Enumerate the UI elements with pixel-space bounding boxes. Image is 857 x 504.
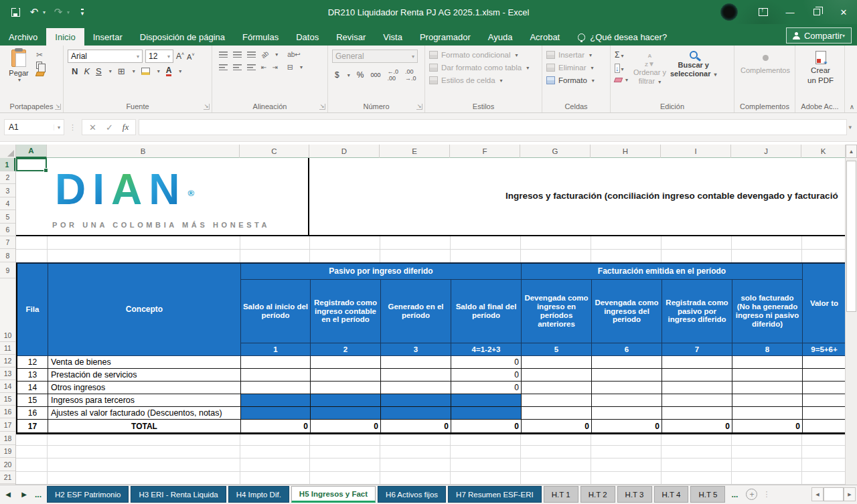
- ribbon-display-options-icon[interactable]: [750, 0, 777, 24]
- row-header-12[interactable]: 12: [0, 355, 15, 367]
- tab-vista[interactable]: Vista: [374, 28, 411, 46]
- row-header-1[interactable]: 1: [0, 158, 15, 171]
- cell-h15[interactable]: [592, 394, 662, 407]
- header-devengada-periodo[interactable]: Devengada como ingresos del periodo: [592, 280, 662, 343]
- sheet-tab-ht2[interactable]: H.T 2: [580, 486, 615, 503]
- cell-i16[interactable]: [662, 407, 732, 420]
- cell-f12[interactable]: 0: [451, 356, 522, 369]
- underline-dropdown-icon[interactable]: ▾: [109, 68, 112, 74]
- sheet-tab-h4[interactable]: H4 Impto Dif.: [228, 486, 289, 503]
- cell-c17[interactable]: 0: [241, 420, 311, 433]
- share-button[interactable]: Compartir ▾: [786, 27, 852, 44]
- header-devengada-anteriores[interactable]: Devengada como ingreso en períodos anter…: [522, 280, 592, 343]
- row-header-14[interactable]: 14: [0, 380, 15, 393]
- active-cell-selection[interactable]: [16, 158, 47, 171]
- cell-d13[interactable]: [311, 369, 381, 382]
- cell-d17[interactable]: 0: [311, 420, 381, 433]
- cell-g12[interactable]: [522, 356, 592, 369]
- header-saldo-inicio[interactable]: Saldo al inicio del período: [241, 280, 311, 343]
- tab-insertar[interactable]: Insertar: [84, 28, 131, 46]
- fill-down-icon[interactable]: ↓: [615, 64, 620, 73]
- collapse-ribbon-icon[interactable]: ∧: [850, 103, 854, 110]
- header-generado[interactable]: Generado en el período: [381, 280, 451, 343]
- column-header-f[interactable]: F: [450, 145, 520, 158]
- sheet-tab-ht5[interactable]: H.T 5: [690, 486, 725, 503]
- fill-color-icon[interactable]: [141, 68, 150, 75]
- restore-button[interactable]: [803, 0, 830, 24]
- cell-j14[interactable]: [732, 382, 803, 394]
- tab-acrobat[interactable]: Acrobat: [521, 28, 568, 46]
- header-concepto[interactable]: Concepto: [48, 264, 241, 356]
- font-dialog-launcher-icon[interactable]: ↘: [204, 104, 210, 110]
- undo-icon[interactable]: ↶: [28, 6, 40, 18]
- row-header-19[interactable]: 19: [0, 445, 15, 458]
- cell-b15[interactable]: Ingresos para terceros: [48, 394, 241, 407]
- header-fila[interactable]: Fila: [17, 264, 48, 356]
- group-header-facturacion[interactable]: Facturación emitida en el período: [522, 264, 803, 280]
- cell-j16[interactable]: [732, 407, 803, 420]
- cell-j15[interactable]: [732, 394, 803, 407]
- tell-me-box[interactable]: ¿Qué desea hacer?: [578, 28, 667, 46]
- cell-g17[interactable]: 0: [522, 420, 592, 433]
- sort-filter-button[interactable]: AZ▼ Ordenar yfiltrar ▾: [633, 50, 666, 86]
- cell-i13[interactable]: [662, 369, 732, 382]
- cell-a13[interactable]: 13: [17, 369, 48, 382]
- cut-icon[interactable]: ✂: [36, 51, 44, 59]
- sheet-tab-h2[interactable]: H2 ESF Patrimonio: [47, 486, 129, 503]
- row-header-18[interactable]: 18: [0, 432, 15, 445]
- cell-f17[interactable]: 0: [451, 420, 522, 433]
- header-saldo-final[interactable]: Saldo al final del período: [451, 280, 522, 343]
- column-header-j[interactable]: J: [731, 145, 801, 158]
- cell-i14[interactable]: [662, 382, 732, 394]
- currency-dropdown-icon[interactable]: ▾: [347, 72, 350, 78]
- bold-icon[interactable]: N: [72, 66, 78, 76]
- sheet-nav-ellipsis[interactable]: ...: [32, 486, 47, 503]
- cell-b12[interactable]: Venta de bienes: [48, 356, 241, 369]
- align-middle-icon[interactable]: [233, 52, 242, 58]
- group-header-pasivo[interactable]: Pasivo por ingreso diferido: [241, 264, 522, 280]
- new-sheet-icon[interactable]: +: [746, 489, 757, 500]
- cell-k13[interactable]: [803, 369, 845, 382]
- name-box[interactable]: A1▾: [4, 119, 64, 135]
- cell-k14[interactable]: [803, 382, 845, 394]
- column-header-a[interactable]: A: [16, 145, 47, 158]
- cell-i15[interactable]: [662, 394, 732, 407]
- format-cells-button[interactable]: Formato▾: [546, 76, 607, 84]
- insert-cells-button[interactable]: Insertar▾: [546, 51, 607, 59]
- underline-icon[interactable]: S: [96, 66, 102, 76]
- cell-c13[interactable]: [241, 369, 311, 382]
- insert-function-icon[interactable]: fx: [123, 122, 129, 133]
- column-header-h[interactable]: H: [591, 145, 661, 158]
- formula-input[interactable]: [139, 119, 847, 135]
- cell-i12[interactable]: [662, 356, 732, 369]
- row-header-6[interactable]: 6: [0, 224, 15, 236]
- cell-h16[interactable]: [592, 407, 662, 420]
- scroll-up-icon[interactable]: ▲: [846, 145, 857, 158]
- cell-b17-total[interactable]: TOTAL: [48, 420, 241, 433]
- tab-archivo[interactable]: Archivo: [0, 28, 46, 46]
- expand-formula-bar-icon[interactable]: ▾: [848, 124, 857, 131]
- borders-icon[interactable]: ⊞: [118, 66, 125, 76]
- cell-g13[interactable]: [522, 369, 592, 382]
- clear-icon[interactable]: [614, 78, 623, 82]
- column-header-g[interactable]: G: [520, 145, 591, 158]
- cell-styles-button[interactable]: Estilos de celda▾: [429, 76, 529, 84]
- format-painter-icon[interactable]: [35, 72, 45, 76]
- tab-datos[interactable]: Datos: [287, 28, 327, 46]
- cell-e12[interactable]: [381, 356, 451, 369]
- row-header-3[interactable]: 3: [0, 184, 15, 197]
- find-select-button[interactable]: Buscar yseleccionar ▾: [670, 50, 717, 79]
- customize-qat-icon[interactable]: ▾: [76, 6, 88, 18]
- fill-dropdown-icon[interactable]: ▾: [157, 68, 160, 74]
- font-color-icon[interactable]: A: [166, 67, 172, 76]
- column-header-i[interactable]: I: [661, 145, 731, 158]
- align-center-icon[interactable]: [233, 64, 242, 70]
- cell-c12[interactable]: [241, 356, 311, 369]
- decrease-decimal-icon[interactable]: .00→.0: [405, 68, 416, 82]
- horizontal-scrollbar[interactable]: ◀ ▶: [811, 487, 856, 501]
- select-all-corner[interactable]: [0, 145, 16, 158]
- row-header-11[interactable]: 11: [0, 342, 15, 355]
- increase-decimal-icon[interactable]: ←.0.00: [387, 68, 398, 82]
- number-format-combobox[interactable]: General▾: [332, 50, 418, 63]
- cell-g14[interactable]: [522, 382, 592, 394]
